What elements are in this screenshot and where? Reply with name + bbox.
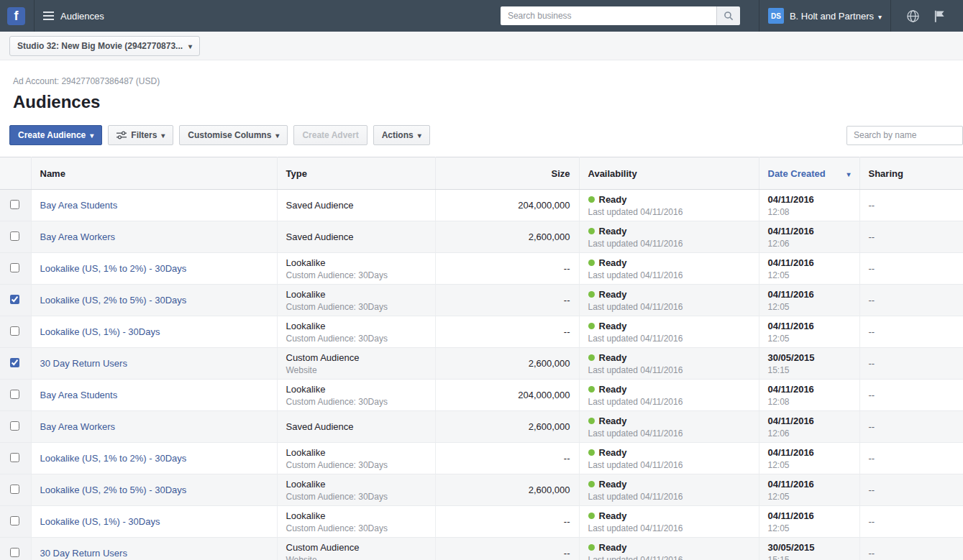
nav-menu-button[interactable]: Audiences	[43, 11, 104, 22]
time-created: 12:06	[768, 239, 851, 249]
table-row[interactable]: Bay Area Students Saved Audience 204,000…	[0, 190, 963, 221]
filters-button[interactable]: Filters	[108, 125, 173, 145]
audience-type-detail: Custom Audience: 30Days	[286, 523, 426, 533]
table-row[interactable]: 30 Day Return Users Custom Audience Webs…	[0, 538, 963, 560]
row-checkbox[interactable]	[10, 453, 19, 462]
time-created: 12:05	[768, 270, 851, 280]
column-header-size[interactable]: Size	[435, 157, 579, 190]
customise-columns-button[interactable]: Customise Columns	[179, 125, 288, 145]
account-selector-bar: Studio 32: New Big Movie (2942770873...	[0, 32, 963, 60]
audience-type-detail: Custom Audience: 30Days	[286, 397, 426, 407]
availability-last-updated: Last updated 04/11/2016	[588, 428, 750, 439]
audience-name-link[interactable]: Bay Area Students	[40, 390, 118, 400]
business-search-input[interactable]	[501, 6, 716, 25]
column-header-date-created[interactable]: Date Created	[759, 157, 859, 190]
row-checkbox[interactable]	[10, 295, 19, 304]
create-audience-button[interactable]: Create Audience	[9, 125, 102, 145]
audience-name-link[interactable]: Lookalike (US, 2% to 5%) - 30Days	[40, 295, 187, 306]
audience-type: Custom Audience	[286, 352, 426, 363]
availability-last-updated: Last updated 04/11/2016	[588, 523, 750, 533]
audience-name-link[interactable]: Bay Area Workers	[40, 231, 116, 242]
audience-name-link[interactable]: Lookalike (US, 1%) - 30Days	[40, 516, 160, 527]
sharing-value: --	[859, 221, 963, 253]
ready-status-icon	[588, 481, 595, 487]
divider	[34, 0, 35, 32]
table-row[interactable]: Lookalike (US, 1% to 2%) - 30Days Lookal…	[0, 443, 963, 474]
row-checkbox[interactable]	[10, 263, 19, 272]
ready-status-icon	[588, 544, 595, 551]
audience-size: 2,600,000	[435, 348, 579, 380]
ad-account-label: Ad Account: 294277087386487 (USD)	[13, 76, 963, 86]
business-account-name: B. Holt and Partners	[790, 11, 874, 22]
ready-status-icon	[588, 260, 595, 266]
business-account-menu[interactable]: B. Holt and Partners	[790, 11, 882, 22]
table-row[interactable]: Bay Area Workers Saved Audience 2,600,00…	[0, 221, 963, 253]
table-row[interactable]: Lookalike (US, 1%) - 30Days Lookalike Cu…	[0, 506, 963, 538]
date-created: 04/11/2016	[768, 479, 851, 490]
row-checkbox[interactable]	[10, 516, 19, 525]
column-header-type[interactable]: Type	[277, 157, 435, 190]
audience-name-link[interactable]: Lookalike (US, 1% to 2%) - 30Days	[40, 263, 187, 274]
row-checkbox[interactable]	[10, 200, 19, 209]
create-advert-button: Create Advert	[293, 125, 367, 145]
audience-type: Custom Audience	[286, 542, 426, 553]
row-checkbox[interactable]	[10, 421, 19, 431]
table-row[interactable]: Bay Area Workers Saved Audience 2,600,00…	[0, 411, 963, 443]
audience-name-link[interactable]: Lookalike (US, 1% to 2%) - 30Days	[40, 453, 187, 464]
table-row[interactable]: Lookalike (US, 2% to 5%) - 30Days Lookal…	[0, 474, 963, 506]
checkbox-cell	[0, 506, 31, 538]
search-by-name-input[interactable]	[846, 126, 963, 145]
row-checkbox[interactable]	[10, 485, 19, 494]
date-created: 04/11/2016	[768, 510, 851, 521]
checkbox-cell	[0, 474, 31, 506]
availability-status: Ready	[599, 447, 627, 458]
row-checkbox[interactable]	[10, 326, 19, 336]
table-row[interactable]: Lookalike (US, 1%) - 30Days Lookalike Cu…	[0, 316, 963, 348]
row-checkbox[interactable]	[10, 358, 19, 367]
flag-button[interactable]	[926, 9, 953, 23]
audience-name-link[interactable]: Lookalike (US, 2% to 5%) - 30Days	[40, 485, 187, 495]
facebook-logo-icon[interactable]: f	[7, 7, 25, 25]
audience-type: Saved Audience	[286, 421, 426, 432]
chevron-down-icon	[878, 11, 882, 22]
audience-name-link[interactable]: 30 Day Return Users	[40, 358, 127, 369]
audience-type: Lookalike	[286, 510, 426, 521]
table-row[interactable]: Lookalike (US, 2% to 5%) - 30Days Lookal…	[0, 285, 963, 316]
audience-name-link[interactable]: Lookalike (US, 1%) - 30Days	[40, 326, 160, 337]
availability-status: Ready	[599, 510, 627, 521]
table-row[interactable]: 30 Day Return Users Custom Audience Webs…	[0, 348, 963, 380]
availability-status: Ready	[599, 226, 627, 237]
date-created: 04/11/2016	[768, 289, 851, 300]
table-row[interactable]: Bay Area Students Lookalike Custom Audie…	[0, 380, 963, 411]
audience-type: Lookalike	[286, 257, 426, 268]
column-header-sharing[interactable]: Sharing	[859, 157, 963, 190]
ad-account-selector[interactable]: Studio 32: New Big Movie (2942770873...	[9, 36, 200, 56]
actions-button[interactable]: Actions	[373, 125, 430, 145]
audience-type: Saved Audience	[286, 231, 426, 242]
date-created: 04/11/2016	[768, 384, 851, 395]
avatar: DS	[768, 8, 784, 24]
audience-name-link[interactable]: Bay Area Workers	[40, 421, 116, 432]
table-row[interactable]: Lookalike (US, 1% to 2%) - 30Days Lookal…	[0, 253, 963, 285]
audience-size: --	[435, 316, 579, 348]
time-created: 12:06	[768, 428, 851, 439]
row-checkbox[interactable]	[10, 548, 19, 557]
column-header-name[interactable]: Name	[31, 157, 277, 190]
chevron-down-icon	[161, 130, 165, 140]
globe-button[interactable]	[900, 9, 926, 23]
checkbox-cell	[0, 285, 31, 316]
row-checkbox[interactable]	[10, 231, 19, 241]
time-created: 12:05	[768, 334, 851, 344]
audience-type-detail: Website	[286, 555, 426, 560]
audience-size: 2,600,000	[435, 474, 579, 506]
select-all-header-cell	[0, 157, 31, 190]
search-button[interactable]	[716, 6, 740, 25]
audience-name-link[interactable]: Bay Area Students	[40, 200, 118, 211]
search-icon	[724, 11, 734, 21]
audience-table-body: Bay Area Students Saved Audience 204,000…	[0, 190, 963, 560]
row-checkbox[interactable]	[10, 390, 19, 399]
audience-name-link[interactable]: 30 Day Return Users	[40, 548, 127, 559]
checkbox-cell	[0, 380, 31, 411]
ready-status-icon	[588, 354, 595, 361]
column-header-availability[interactable]: Availability	[579, 157, 759, 190]
